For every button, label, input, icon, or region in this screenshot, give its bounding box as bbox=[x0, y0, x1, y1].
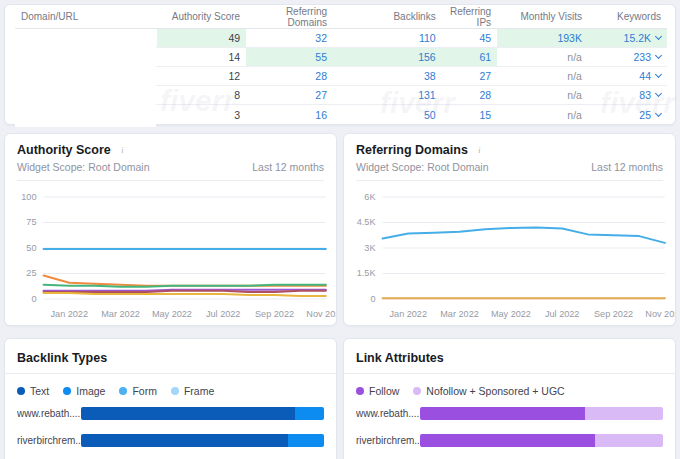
authority-score-line-chart: 0255075100Jan 2022Mar 2022May 2022Jul 20… bbox=[5, 185, 336, 325]
cell-referring-domains: 16 bbox=[246, 105, 333, 124]
cell-keywords: 83 bbox=[588, 86, 667, 104]
value-link[interactable]: 233 bbox=[633, 51, 651, 63]
legend-dot-icon bbox=[119, 387, 127, 395]
chevron-down-icon[interactable] bbox=[655, 71, 662, 78]
backlink-types-widget: Backlink Types TextImageFormFrame www.re… bbox=[4, 338, 337, 459]
column-header-monthly-visits: Monthly Visits bbox=[497, 5, 588, 28]
value-link[interactable]: 61 bbox=[479, 51, 491, 63]
legend-dot-icon bbox=[356, 387, 364, 395]
svg-text:4.5K: 4.5K bbox=[357, 218, 376, 228]
link-attributes-widget: Link Attributes FollowNofollow + Sponsor… bbox=[343, 338, 676, 459]
value-link[interactable]: 156 bbox=[418, 51, 436, 63]
value-link[interactable]: 50 bbox=[424, 109, 436, 121]
value-na: n/a bbox=[567, 109, 582, 121]
value-link[interactable]: 27 bbox=[479, 70, 491, 82]
svg-text:25: 25 bbox=[26, 269, 36, 279]
link-attributes-bars: www.rebath....riverbirchrem...gidrenovat… bbox=[356, 407, 663, 459]
value-link[interactable]: 28 bbox=[479, 89, 491, 101]
value-na: n/a bbox=[567, 51, 582, 63]
legend-dot-icon bbox=[63, 387, 71, 395]
value-link[interactable]: 25 bbox=[639, 109, 651, 121]
value-link[interactable]: 27 bbox=[315, 89, 327, 101]
chevron-down-icon[interactable] bbox=[655, 33, 662, 40]
stacked-bar[interactable] bbox=[420, 407, 663, 420]
bar-segment-image bbox=[288, 434, 324, 447]
legend-item-text[interactable]: Text bbox=[17, 385, 49, 397]
value-link[interactable]: 38 bbox=[424, 70, 436, 82]
cell-monthly-visits: 193K bbox=[497, 29, 588, 47]
legend-item-nofollow-sponsored-ugc[interactable]: Nofollow + Sponsored + UGC bbox=[413, 385, 564, 397]
legend-item-image[interactable]: Image bbox=[63, 385, 105, 397]
chevron-down-icon[interactable] bbox=[655, 109, 662, 116]
column-header-backlinks: Backlinks bbox=[333, 5, 442, 28]
svg-text:Sep 2022: Sep 2022 bbox=[594, 309, 633, 319]
referring-domains-widget: Referring Domains i Widget Scope: Root D… bbox=[343, 133, 676, 326]
stacked-bar[interactable] bbox=[81, 407, 324, 420]
value-link[interactable]: 55 bbox=[315, 51, 327, 63]
cell-referring-domains: 32 bbox=[246, 29, 333, 47]
backlink-types-title: Backlink Types bbox=[17, 351, 107, 365]
bar-widgets-row: Backlink Types TextImageFormFrame www.re… bbox=[4, 338, 676, 459]
info-icon[interactable]: i bbox=[474, 145, 485, 156]
domains-comparison-table: Domain/URL Authority Score Referring Dom… bbox=[4, 4, 676, 125]
svg-text:1.5K: 1.5K bbox=[357, 269, 376, 279]
legend-item-follow[interactable]: Follow bbox=[356, 385, 399, 397]
widget-scope-label: Widget Scope: Root Domain bbox=[356, 161, 488, 173]
value-link[interactable]: 16 bbox=[315, 109, 327, 121]
chevron-down-icon[interactable] bbox=[655, 52, 662, 59]
cell-authority-score: 14 bbox=[157, 48, 246, 66]
value-link[interactable]: 45 bbox=[479, 32, 491, 44]
chevron-down-icon[interactable] bbox=[655, 90, 662, 97]
svg-text:Jul 2022: Jul 2022 bbox=[545, 309, 579, 319]
cell-monthly-visits: n/a bbox=[497, 48, 588, 66]
stacked-bar[interactable] bbox=[420, 434, 663, 447]
cell-monthly-visits: n/a bbox=[497, 105, 588, 124]
date-range-label: Last 12 months bbox=[591, 161, 663, 173]
svg-text:Jan 2022: Jan 2022 bbox=[390, 309, 428, 319]
svg-text:May 2022: May 2022 bbox=[152, 309, 192, 319]
cell-authority-score: 12 bbox=[157, 67, 246, 85]
bar-row-domain-label: www.rebath.... bbox=[17, 408, 81, 419]
cell-referring-domains: 28 bbox=[246, 67, 333, 85]
value-link[interactable]: 83 bbox=[639, 89, 651, 101]
legend-dot-icon bbox=[413, 387, 421, 395]
link-attributes-legend: FollowNofollow + Sponsored + UGC bbox=[356, 385, 663, 397]
column-header-authority-score: Authority Score bbox=[157, 5, 246, 28]
column-header-keywords: Keywords bbox=[588, 5, 667, 28]
value-link[interactable]: 28 bbox=[315, 70, 327, 82]
link-attributes-title: Link Attributes bbox=[356, 351, 444, 365]
value-na: n/a bbox=[567, 70, 582, 82]
bar-segment-image bbox=[295, 407, 324, 420]
date-range-label: Last 12 months bbox=[252, 161, 324, 173]
value-link[interactable]: 15.2K bbox=[624, 32, 651, 44]
svg-text:50: 50 bbox=[26, 243, 36, 253]
legend-item-frame[interactable]: Frame bbox=[171, 385, 214, 397]
svg-text:Nov 2022: Nov 2022 bbox=[645, 309, 675, 319]
value-link[interactable]: 44 bbox=[639, 70, 651, 82]
column-header-domain: Domain/URL bbox=[15, 5, 157, 28]
value-link[interactable]: 32 bbox=[315, 32, 327, 44]
cell-referring-ips: 27 bbox=[442, 67, 497, 85]
svg-text:6K: 6K bbox=[364, 192, 375, 202]
value-link[interactable]: 15 bbox=[479, 109, 491, 121]
legend-label: Nofollow + Sponsored + UGC bbox=[426, 385, 564, 397]
legend-dot-icon bbox=[17, 387, 25, 395]
value-link[interactable]: 193K bbox=[557, 32, 582, 44]
cell-keywords: 15.2K bbox=[588, 29, 667, 47]
legend-label: Image bbox=[76, 385, 105, 397]
bar-segment-follow bbox=[420, 434, 595, 447]
cell-backlinks: 156 bbox=[333, 48, 442, 66]
backlink-types-legend: TextImageFormFrame bbox=[17, 385, 324, 397]
cell-authority-score: 8 bbox=[157, 86, 246, 104]
svg-text:May 2022: May 2022 bbox=[491, 309, 531, 319]
svg-text:Jul 2022: Jul 2022 bbox=[206, 309, 240, 319]
info-icon[interactable]: i bbox=[117, 145, 128, 156]
svg-text:Mar 2022: Mar 2022 bbox=[101, 309, 140, 319]
authority-score-title: Authority Score bbox=[17, 143, 111, 157]
legend-item-form[interactable]: Form bbox=[119, 385, 157, 397]
value-link[interactable]: 131 bbox=[418, 89, 436, 101]
value-link[interactable]: 110 bbox=[419, 32, 436, 44]
stacked-bar[interactable] bbox=[81, 434, 324, 447]
bar-row-domain-label: www.rebath.... bbox=[356, 408, 420, 419]
bar-row: riverbirchrem... bbox=[356, 434, 663, 447]
